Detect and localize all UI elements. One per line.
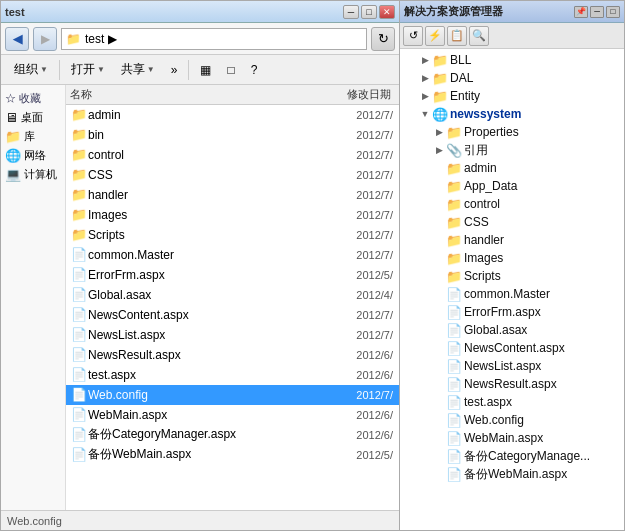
details-button[interactable]: □: [220, 58, 241, 82]
tree-item[interactable]: 📄 备份CategoryManage...: [400, 447, 624, 465]
solution-refresh-button[interactable]: ↺: [403, 26, 423, 46]
tree-node-label: CSS: [464, 215, 489, 229]
solution-float-button[interactable]: □: [606, 6, 620, 18]
tree-expand-icon: [432, 359, 446, 373]
tree-item[interactable]: 📁 handler: [400, 231, 624, 249]
tree-item[interactable]: 📄 common.Master: [400, 285, 624, 303]
solution-pin-button[interactable]: 📌: [574, 6, 588, 18]
tree-item[interactable]: 📁 CSS: [400, 213, 624, 231]
file-list[interactable]: 名称 修改日期 📁 admin 2012/7/ 📁 bin 2012/7/ 📁 …: [66, 85, 399, 510]
tree-expand-icon: [432, 467, 446, 481]
file-name: handler: [88, 188, 315, 202]
file-item[interactable]: 📁 control 2012/7/: [66, 145, 399, 165]
tree-node-label: Properties: [464, 125, 519, 139]
tree-node-label: Web.config: [464, 413, 524, 427]
tree-node-label: WebMain.aspx: [464, 431, 543, 445]
tree-item[interactable]: 📁 Images: [400, 249, 624, 267]
solution-search-button[interactable]: 🔍: [469, 26, 489, 46]
address-input[interactable]: [121, 32, 362, 46]
file-item[interactable]: 📄 备份CategoryManager.aspx 2012/6/: [66, 425, 399, 445]
share-button[interactable]: 共享 ▼: [114, 58, 162, 82]
maximize-button[interactable]: □: [361, 5, 377, 19]
file-item[interactable]: 📁 handler 2012/7/: [66, 185, 399, 205]
toolbar-separator-2: [188, 60, 189, 80]
file-item[interactable]: 📄 Web.config 2012/7/: [66, 385, 399, 405]
tree-expand-icon: [432, 305, 446, 319]
tree-expand-icon: [432, 269, 446, 283]
refresh-button[interactable]: ↻: [371, 27, 395, 51]
tree-node-label: 备份WebMain.aspx: [464, 466, 567, 483]
file-item[interactable]: 📄 NewsList.aspx 2012/7/: [66, 325, 399, 345]
tree-item[interactable]: ▶ 📎 引用: [400, 141, 624, 159]
open-button[interactable]: 打开 ▼: [64, 58, 112, 82]
tree-item[interactable]: 📄 NewsResult.aspx: [400, 375, 624, 393]
solution-tree[interactable]: ▶ 📁 BLL ▶ 📁 DAL ▶ 📁 Entity ▼ 🌐 newssyste…: [400, 49, 624, 530]
solution-copy-button[interactable]: 📋: [447, 26, 467, 46]
tree-item[interactable]: 📁 control: [400, 195, 624, 213]
tree-item[interactable]: 📄 NewsList.aspx: [400, 357, 624, 375]
solution-window-controls: 📌 ─ □: [574, 6, 620, 18]
solution-properties-button[interactable]: ⚡: [425, 26, 445, 46]
tree-item[interactable]: 📄 Global.asax: [400, 321, 624, 339]
organize-button[interactable]: 组织 ▼: [7, 58, 55, 82]
tree-item[interactable]: 📁 Scripts: [400, 267, 624, 285]
tree-item[interactable]: 📄 备份WebMain.aspx: [400, 465, 624, 483]
file-item[interactable]: 📄 备份WebMain.aspx 2012/5/: [66, 445, 399, 465]
tree-item[interactable]: ▶ 📁 DAL: [400, 69, 624, 87]
tree-item[interactable]: 📄 NewsContent.aspx: [400, 339, 624, 357]
file-item[interactable]: 📄 NewsContent.aspx 2012/7/: [66, 305, 399, 325]
share-label: 共享: [121, 61, 145, 78]
file-name: 备份CategoryManager.aspx: [88, 426, 315, 443]
tree-item[interactable]: 📄 Web.config: [400, 411, 624, 429]
help-button[interactable]: ?: [244, 58, 265, 82]
forward-button[interactable]: ▶: [33, 27, 57, 51]
file-item[interactable]: 📄 common.Master 2012/7/: [66, 245, 399, 265]
file-item[interactable]: 📁 Images 2012/7/: [66, 205, 399, 225]
tree-item[interactable]: 📄 WebMain.aspx: [400, 429, 624, 447]
file-item[interactable]: 📄 WebMain.aspx 2012/6/: [66, 405, 399, 425]
file-item[interactable]: 📁 bin 2012/7/: [66, 125, 399, 145]
file-type-icon: 📁: [70, 167, 88, 182]
tree-node-icon: 🌐: [432, 107, 448, 122]
file-name: bin: [88, 128, 315, 142]
file-item[interactable]: 📁 Scripts 2012/7/: [66, 225, 399, 245]
tree-item[interactable]: ▶ 📁 BLL: [400, 51, 624, 69]
tree-node-label: NewsContent.aspx: [464, 341, 565, 355]
organize-label: 组织: [14, 61, 38, 78]
file-item[interactable]: 📄 ErrorFrm.aspx 2012/5/: [66, 265, 399, 285]
close-button[interactable]: ✕: [379, 5, 395, 19]
tree-node-icon: 📄: [446, 287, 462, 302]
file-item[interactable]: 📄 Global.asax 2012/4/: [66, 285, 399, 305]
solution-minimize-button[interactable]: ─: [590, 6, 604, 18]
address-path[interactable]: 📁 test ▶: [61, 28, 367, 50]
tree-node-icon: 📁: [446, 125, 462, 140]
tree-expand-icon: [432, 413, 446, 427]
file-item[interactable]: 📄 test.aspx 2012/6/: [66, 365, 399, 385]
file-item[interactable]: 📁 CSS 2012/7/: [66, 165, 399, 185]
back-button[interactable]: ◀: [5, 27, 29, 51]
tree-node-icon: 📎: [446, 143, 462, 158]
sidebar-item-desktop[interactable]: 🖥 桌面: [3, 108, 63, 127]
view-button[interactable]: ▦: [193, 58, 218, 82]
tree-item[interactable]: 📁 admin: [400, 159, 624, 177]
tree-item[interactable]: 📄 ErrorFrm.aspx: [400, 303, 624, 321]
file-type-icon: 📁: [70, 127, 88, 142]
file-date: 2012/7/: [315, 169, 395, 181]
tree-item[interactable]: ▶ 📁 Properties: [400, 123, 624, 141]
sidebar-item-network[interactable]: 🌐 网络: [3, 146, 63, 165]
tree-item[interactable]: ▼ 🌐 newssystem: [400, 105, 624, 123]
tree-item[interactable]: 📄 test.aspx: [400, 393, 624, 411]
file-type-icon: 📄: [70, 387, 88, 402]
tree-expand-icon: ▶: [418, 71, 432, 85]
file-name: ErrorFrm.aspx: [88, 268, 315, 282]
tree-item[interactable]: ▶ 📁 Entity: [400, 87, 624, 105]
tree-item[interactable]: 📁 App_Data: [400, 177, 624, 195]
explorer-panel: test ─ □ ✕ ◀ ▶ 📁 test ▶ ↻ 组织 ▼ 打开 ▼ 共享: [0, 0, 400, 531]
tree-node-label: Images: [464, 251, 503, 265]
file-item[interactable]: 📁 admin 2012/7/: [66, 105, 399, 125]
more-button[interactable]: »: [164, 58, 185, 82]
sidebar-item-computer[interactable]: 💻 计算机: [3, 165, 63, 184]
file-item[interactable]: 📄 NewsResult.aspx 2012/6/: [66, 345, 399, 365]
minimize-button[interactable]: ─: [343, 5, 359, 19]
sidebar-item-library[interactable]: 📁 库: [3, 127, 63, 146]
